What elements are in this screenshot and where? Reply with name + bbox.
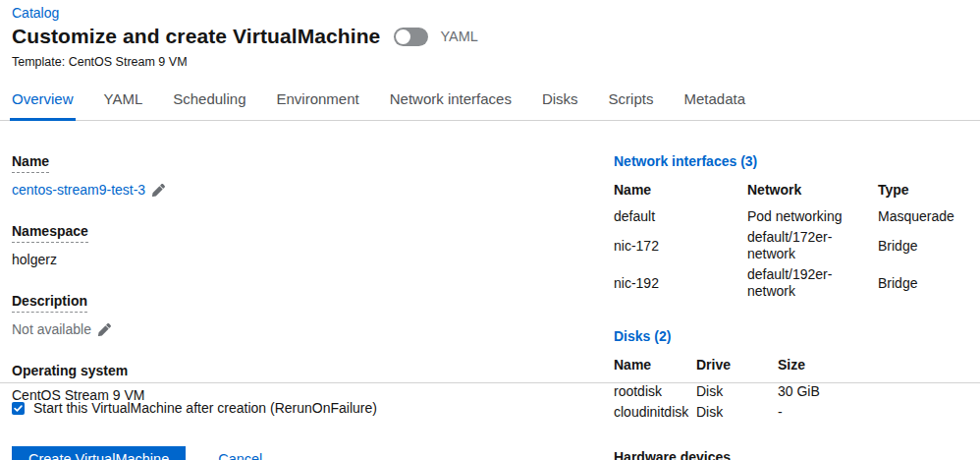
tab-metadata[interactable]: Metadata — [681, 82, 747, 121]
network-interfaces-section: Network interfaces (3) Name Network Type… — [614, 153, 956, 304]
net-col-type: Type — [878, 182, 956, 208]
disk-col-drive: Drive — [696, 357, 778, 383]
tab-scheduling[interactable]: Scheduling — [171, 82, 247, 121]
page-title: Customize and create VirtualMachine — [12, 25, 380, 48]
page-header: Catalog Customize and create VirtualMach… — [0, 0, 980, 69]
table-row: nic-172 default/172er-network Bridge — [614, 229, 956, 266]
start-after-creation-checkbox[interactable] — [12, 402, 25, 415]
field-description: Description Not available — [12, 293, 614, 337]
field-name: Name centos-stream9-test-3 — [12, 153, 614, 198]
tab-network-interfaces[interactable]: Network interfaces — [388, 82, 514, 121]
net-col-name: Name — [614, 182, 747, 208]
tab-yaml[interactable]: YAML — [102, 82, 145, 121]
tab-scripts[interactable]: Scripts — [607, 82, 656, 121]
table-row: nic-192 default/192er-network Bridge — [614, 266, 956, 304]
checkmark-icon — [14, 404, 23, 413]
tab-bar: Overview YAML Scheduling Environment Net… — [0, 82, 980, 121]
edit-description-pencil-icon[interactable] — [98, 323, 111, 336]
disks-heading-link[interactable]: Disks (2) — [614, 328, 671, 344]
breadcrumb-catalog-link[interactable]: Catalog — [12, 5, 59, 21]
namespace-value: holgerz — [12, 252, 57, 267]
operating-system-label: Operating system — [12, 363, 128, 378]
net-col-network: Network — [747, 182, 878, 208]
description-label: Description — [12, 293, 87, 313]
table-row: cloudinitdisk Disk - — [614, 404, 956, 425]
name-label: Name — [12, 153, 49, 173]
tab-overview[interactable]: Overview — [10, 82, 76, 121]
start-after-creation-label: Start this VirtualMachine after creation… — [33, 400, 377, 416]
table-row: default Pod networking Masquerade — [614, 208, 956, 229]
title-row: Customize and create VirtualMachine YAML — [12, 25, 956, 48]
vm-name-link[interactable]: centos-stream9-test-3 — [12, 182, 145, 198]
tab-disks[interactable]: Disks — [540, 82, 580, 121]
cancel-button[interactable]: Cancel — [218, 451, 262, 460]
namespace-label: Namespace — [12, 223, 88, 243]
network-interfaces-table: Name Network Type default Pod networking… — [614, 182, 956, 304]
table-row: rootdisk Disk 30 GiB — [614, 383, 956, 404]
disk-col-name: Name — [614, 357, 696, 383]
field-operating-system: Operating system CentOS Stream 9 VM — [12, 363, 614, 403]
tab-environment[interactable]: Environment — [274, 82, 360, 121]
disks-table: Name Drive Size rootdisk Disk 30 GiB clo… — [614, 357, 956, 425]
details-right-column: Network interfaces (3) Name Network Type… — [614, 153, 956, 382]
edit-name-pencil-icon[interactable] — [152, 184, 165, 197]
yaml-toggle-knob — [396, 29, 410, 44]
disks-section: Disks (2) Name Drive Size rootdisk Disk … — [614, 328, 956, 425]
field-namespace: Namespace holgerz — [12, 223, 614, 267]
overview-tab-content: Name centos-stream9-test-3 Namespace hol… — [0, 121, 980, 382]
description-value: Not available — [12, 321, 91, 337]
disk-col-size: Size — [778, 357, 956, 383]
hardware-devices-heading: Hardware devices — [614, 449, 956, 460]
create-virtualmachine-button[interactable]: Create VirtualMachine — [12, 446, 186, 460]
yaml-toggle-switch[interactable] — [394, 28, 428, 46]
yaml-toggle-label: YAML — [440, 29, 477, 44]
template-subtitle: Template: CentOS Stream 9 VM — [12, 55, 956, 69]
network-interfaces-heading-link[interactable]: Network interfaces (3) — [614, 153, 757, 169]
details-left-column: Name centos-stream9-test-3 Namespace hol… — [12, 153, 614, 382]
